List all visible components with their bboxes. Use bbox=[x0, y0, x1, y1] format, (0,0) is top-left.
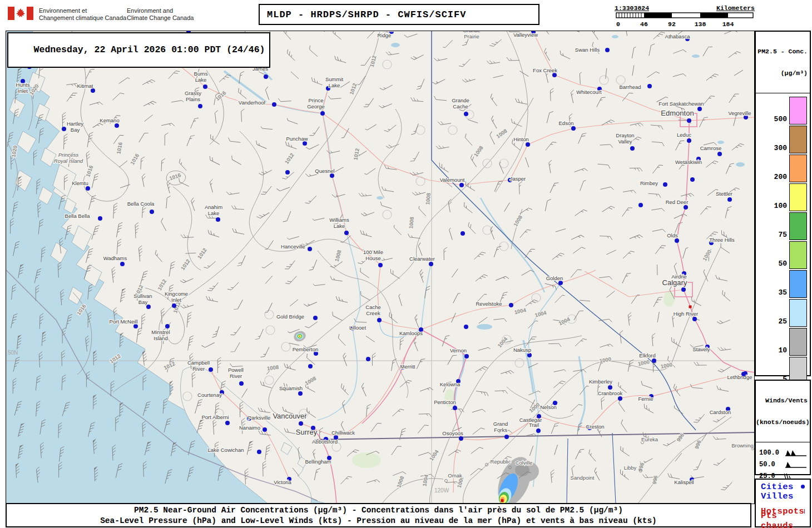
city: TumblerRidge bbox=[375, 31, 394, 38]
city-dot bbox=[697, 107, 702, 111]
map-label: Lillooet bbox=[349, 325, 366, 331]
map-label: PowellRiver bbox=[228, 367, 244, 379]
map-label: Browning bbox=[731, 442, 754, 449]
map-label: MinstrelIsland bbox=[151, 329, 170, 341]
deco-circle bbox=[515, 358, 524, 367]
city-dot bbox=[239, 381, 244, 386]
map-label: Whitecourt bbox=[576, 89, 602, 95]
map-label: Klemtu bbox=[72, 180, 88, 186]
caption-box: PM2.5 Near-Ground Air Concentrations (µg… bbox=[6, 503, 751, 527]
city-dot bbox=[675, 238, 679, 243]
scale-tick: 0 bbox=[616, 21, 620, 28]
map-label: 100 MileHouse bbox=[363, 249, 383, 261]
city-dot bbox=[536, 429, 541, 433]
map-label: Stavely bbox=[692, 346, 710, 352]
map-label: Fort Saskatchewan bbox=[658, 101, 704, 107]
place: Browning bbox=[731, 442, 754, 450]
city: Osoyoos bbox=[442, 430, 463, 441]
city-dot bbox=[459, 436, 463, 441]
city: Red Deer bbox=[666, 199, 689, 210]
wind-barb-icon bbox=[784, 449, 808, 457]
map-label: Port McNeill bbox=[109, 318, 137, 325]
divider bbox=[756, 93, 810, 93]
city: SummitLake bbox=[325, 76, 344, 91]
city-dot bbox=[429, 262, 433, 266]
city: Lillooet bbox=[349, 325, 366, 331]
pressure-label: 996 bbox=[637, 462, 645, 472]
scale-tick: 138 bbox=[695, 21, 706, 28]
city: Valleyview bbox=[513, 31, 538, 38]
city: DraytonValley bbox=[616, 132, 635, 151]
city-dot bbox=[303, 141, 307, 146]
scale-tick: 92 bbox=[668, 21, 676, 28]
city-dot bbox=[298, 391, 303, 396]
pressure-label: 1000 bbox=[637, 358, 650, 367]
pm25-bin-label: 300 bbox=[774, 144, 787, 152]
pressure-label: 1004 bbox=[558, 316, 571, 326]
place: Sandpoint bbox=[571, 475, 595, 481]
city-dot bbox=[630, 146, 635, 151]
map-label: Osoyoos bbox=[442, 430, 463, 436]
city-dot bbox=[344, 231, 349, 235]
city-dot bbox=[527, 353, 532, 357]
map-label: Athabasca bbox=[665, 33, 691, 39]
map-label: Creston bbox=[586, 424, 604, 430]
city-dot bbox=[299, 421, 303, 426]
city: BurnsLake bbox=[194, 71, 208, 89]
city: Surrey bbox=[296, 426, 318, 436]
city: Vanderhoof bbox=[239, 99, 276, 107]
city-dot bbox=[264, 74, 268, 79]
map-label: Victoria bbox=[274, 479, 291, 485]
map-label: Wadhams bbox=[103, 255, 127, 261]
city: Parksville bbox=[247, 415, 270, 421]
city: Abbotsford bbox=[312, 437, 338, 445]
city: GrandeCache bbox=[452, 97, 469, 116]
city-dot bbox=[690, 177, 695, 182]
map-label: Revelstoke bbox=[476, 301, 502, 307]
map-label: Omak bbox=[448, 472, 462, 479]
city-dot bbox=[172, 303, 176, 308]
city-dot bbox=[663, 182, 667, 187]
city: High River bbox=[674, 311, 698, 321]
city-dot bbox=[618, 396, 622, 401]
map-label: Wetaskiwin bbox=[675, 159, 702, 165]
map-label: GrassyPlains bbox=[185, 90, 201, 102]
city: Olds bbox=[667, 232, 679, 243]
divider bbox=[756, 442, 810, 442]
city-dot bbox=[263, 427, 267, 432]
city-dot bbox=[727, 197, 732, 202]
place: PrincessRoyal Island bbox=[54, 152, 83, 164]
map-label: Bella Coola bbox=[127, 201, 155, 207]
pm25-bin-label: 200 bbox=[774, 173, 787, 181]
deco-circle bbox=[483, 159, 492, 168]
city: Punchaw bbox=[286, 136, 308, 146]
pm25-bin-row: 200 bbox=[756, 153, 810, 182]
map-label: Kamloops bbox=[399, 330, 423, 336]
pressure-label: 1008 bbox=[512, 214, 523, 227]
city: Whitecourt bbox=[576, 87, 602, 95]
pressure-label: 1008 bbox=[334, 249, 343, 262]
city: Stavely bbox=[692, 345, 710, 352]
city: Vernon bbox=[450, 347, 469, 358]
wind-speed-label: 50.0 bbox=[759, 461, 775, 469]
city-dot bbox=[62, 127, 66, 131]
pressure-label: 1008 bbox=[408, 217, 415, 229]
city-dot bbox=[509, 303, 513, 307]
city-dot bbox=[165, 324, 170, 328]
pm25-bin-swatch bbox=[789, 126, 807, 153]
city-dot bbox=[608, 385, 612, 390]
city: Creston bbox=[586, 424, 604, 430]
map-label: Port Alberni bbox=[201, 414, 229, 420]
scale-ratio: 1:3303824 bbox=[615, 4, 649, 12]
pressure-label: 1004 bbox=[428, 449, 440, 462]
city-dot bbox=[464, 325, 468, 329]
us-border bbox=[315, 432, 754, 440]
pm25-bin-label: 75 bbox=[778, 231, 787, 239]
map-label: Leduc bbox=[677, 132, 691, 138]
city: Pemberton bbox=[293, 346, 318, 356]
city-dot bbox=[552, 73, 557, 77]
map-label: Edmonton bbox=[661, 109, 694, 117]
city-dot bbox=[308, 364, 313, 368]
city: WilliamsLake bbox=[329, 217, 349, 235]
map-label: Valleyview bbox=[513, 32, 538, 38]
